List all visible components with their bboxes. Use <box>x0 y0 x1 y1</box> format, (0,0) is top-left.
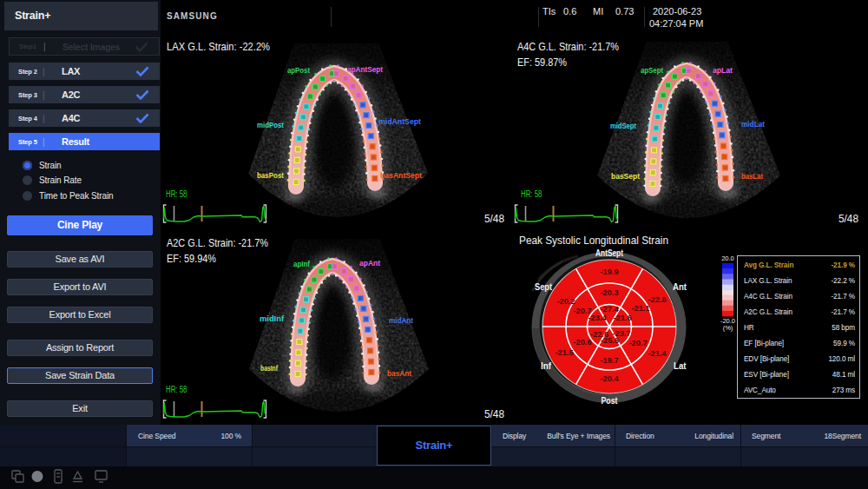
svg-text:-19.7: -19.7 <box>600 356 618 365</box>
svg-text:apPost: apPost <box>287 66 310 75</box>
svg-text:-22.8: -22.8 <box>648 295 666 304</box>
svg-text:basPost: basPost <box>257 171 284 180</box>
svg-text:-20.7: -20.7 <box>628 339 647 347</box>
svg-text:HR: 58: HR: 58 <box>166 189 187 199</box>
svg-text:5/48: 5/48 <box>484 407 504 420</box>
svg-text:HR: 58: HR: 58 <box>166 385 187 394</box>
svg-text:midLat: midLat <box>741 120 765 129</box>
svg-text:apLat: apLat <box>713 66 733 75</box>
svg-text:-21.6: -21.6 <box>613 314 631 322</box>
svg-text:Lat: Lat <box>674 360 687 371</box>
svg-text:apSept: apSept <box>641 66 663 75</box>
svg-text:apAntSept: apAntSept <box>347 65 383 74</box>
svg-text:5/48: 5/48 <box>838 212 858 225</box>
svg-text:LAX G.L. Strain: -22.2%: LAX G.L. Strain: -22.2% <box>167 40 270 53</box>
svg-text:-23.4: -23.4 <box>588 314 607 322</box>
svg-text:EF: 59.87%: EF: 59.87% <box>517 56 567 69</box>
svg-text:-20.2: -20.2 <box>556 297 575 306</box>
svg-text:midPost: midPost <box>257 121 284 129</box>
svg-text:midSept: midSept <box>610 122 636 130</box>
svg-text:midAnt: midAnt <box>389 316 413 325</box>
svg-text:EF: 59.94%: EF: 59.94% <box>167 252 216 265</box>
svg-text:Sept: Sept <box>535 281 552 292</box>
svg-text:-27.4: -27.4 <box>600 305 619 314</box>
svg-text:20.0: 20.0 <box>721 254 734 262</box>
svg-text:basAnt: basAnt <box>387 369 411 378</box>
svg-text:apInf: apInf <box>293 260 311 268</box>
svg-text:-20.6: -20.6 <box>573 338 591 347</box>
svg-text:Ant: Ant <box>673 281 687 292</box>
svg-text:-19.9: -19.9 <box>600 268 618 276</box>
svg-text:apAnt: apAnt <box>359 259 380 268</box>
svg-text:basLat: basLat <box>741 172 763 181</box>
svg-text:Post: Post <box>602 395 618 406</box>
svg-text:-20.3: -20.3 <box>600 288 618 297</box>
svg-text:5/48: 5/48 <box>484 212 504 225</box>
svg-text:-25.6: -25.6 <box>601 336 619 345</box>
svg-text:-21.5: -21.5 <box>555 348 573 357</box>
svg-text:A4C G.L. Strain: -21.7%: A4C G.L. Strain: -21.7% <box>517 40 619 53</box>
svg-text:HR: 58: HR: 58 <box>521 189 542 199</box>
svg-text:-20.4: -20.4 <box>600 374 619 383</box>
svg-text:midInf: midInf <box>260 314 285 323</box>
svg-text:basSept: basSept <box>611 172 640 181</box>
svg-text:Peak Systolic Longitudinal Str: Peak Systolic Longitudinal Strain <box>519 234 668 247</box>
svg-text:-21.4: -21.4 <box>648 349 667 358</box>
svg-text:midAntSept: midAntSept <box>378 117 421 126</box>
svg-text:(%): (%) <box>723 324 733 332</box>
svg-text:AntSept: AntSept <box>595 248 623 258</box>
svg-text:basAntSept: basAntSept <box>380 171 422 180</box>
svg-text:-21.1: -21.1 <box>631 304 649 313</box>
svg-text:Inf: Inf <box>541 360 551 371</box>
svg-text:basInf: basInf <box>260 364 279 373</box>
svg-text:A2C G.L. Strain: -21.7%: A2C G.L. Strain: -21.7% <box>167 236 268 249</box>
